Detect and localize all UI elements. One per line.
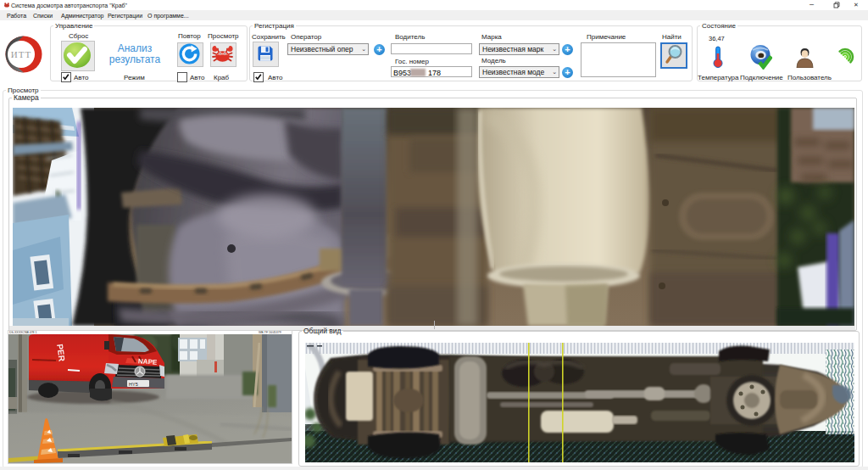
svg-text:NAPE: NAPE [138,357,158,366]
svg-text:ИТТ: ИТТ [11,49,31,59]
svg-text:HY5: HY5 [129,382,138,387]
